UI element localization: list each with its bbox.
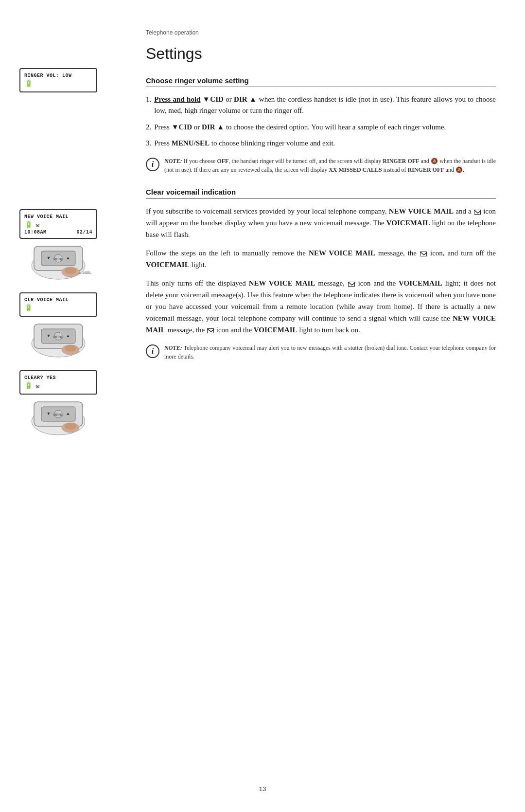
screen-group-3: CLR VOICE MAIL 🔋 MENU ▼ ▲ bbox=[19, 292, 126, 361]
section-voicemail: Clear voicemail indication If you subscr… bbox=[146, 188, 496, 361]
device-screen-4: CLEAR? YES 🔋 ✉ bbox=[19, 370, 97, 395]
battery-icon-1: 🔋 bbox=[24, 79, 33, 88]
mail-icon-2: ✉ bbox=[36, 221, 40, 229]
left-illustrations: RINGER VOL: LOW 🔋 NEW VOICE MAIL 🔋 ✉ bbox=[0, 29, 126, 783]
svg-text:MENU: MENU bbox=[53, 257, 64, 261]
section1-heading: Choose ringer volume setting bbox=[146, 76, 496, 87]
voicemail-para-3: This only turns off the displayed NEW VO… bbox=[146, 277, 496, 336]
section-ringer-volume: Choose ringer volume setting 1. Press an… bbox=[146, 76, 496, 174]
screen-group-1: RINGER VOL: LOW 🔋 bbox=[19, 68, 126, 92]
list-num-3: 3. bbox=[146, 138, 151, 149]
device-screen-2: NEW VOICE MAIL 🔋 ✉ 10:08AM 02/14 bbox=[19, 209, 97, 239]
device-screen-1: RINGER VOL: LOW 🔋 bbox=[19, 68, 97, 92]
list-item-2: 2. Press ▼CID or DIR ▲ to choose the des… bbox=[146, 122, 496, 133]
svg-text:▲: ▲ bbox=[66, 255, 70, 260]
screen2-line1: NEW VOICE MAIL bbox=[24, 214, 69, 219]
screen2-time: 10:08AM bbox=[24, 230, 47, 235]
list-item-1: 1. Press and hold ▼CID or DIR ▲ when the… bbox=[146, 94, 496, 117]
screen1-line1: RINGER VOL: LOW bbox=[24, 73, 72, 78]
page-title: Settings bbox=[146, 45, 496, 63]
list-content-2: Press ▼CID or DIR ▲ to choose the desire… bbox=[154, 122, 496, 133]
svg-point-18 bbox=[65, 345, 76, 352]
handset-illustration-1: MENU MENU/SEL ▼ ▲ bbox=[19, 239, 97, 283]
list-content-3: Press MENU/SEL to choose blinking ringer… bbox=[154, 138, 496, 149]
handset-illustration-2: MENU ▼ ▲ bbox=[19, 317, 97, 361]
screen4-line1: CLEAR? YES bbox=[24, 375, 56, 380]
svg-text:▼: ▼ bbox=[47, 333, 51, 338]
press-hold-text: Press and hold bbox=[154, 95, 200, 103]
list-content-1: Press and hold ▼CID or DIR ▲ when the co… bbox=[154, 94, 496, 117]
note-text-2: NOTE: Telephone company voicemail may al… bbox=[164, 343, 496, 361]
screen-group-2: NEW VOICE MAIL 🔋 ✉ 10:08AM 02/14 bbox=[19, 209, 126, 283]
battery-icon-4: 🔋 bbox=[24, 381, 33, 390]
page-number: 13 bbox=[259, 785, 266, 793]
screen2-date: 02/14 bbox=[76, 230, 92, 235]
note-text-1: NOTE: If you choose OFF, the handset rin… bbox=[164, 157, 496, 174]
screen3-line1: CLR VOICE MAIL bbox=[24, 297, 69, 303]
handset-illustration-3: MENU ▼ ▲ bbox=[19, 395, 97, 438]
svg-text:▼: ▼ bbox=[47, 255, 51, 260]
section2-heading: Clear voicemail indication bbox=[146, 188, 496, 198]
voicemail-para-2: Follow the steps on the left to manually… bbox=[146, 247, 496, 271]
list-num-1: 1. bbox=[146, 94, 151, 117]
note-block-2: i NOTE: Telephone company voicemail may … bbox=[146, 343, 496, 361]
svg-point-27 bbox=[65, 423, 76, 430]
svg-text:MENU: MENU bbox=[53, 335, 64, 339]
svg-text:▲: ▲ bbox=[66, 333, 70, 338]
svg-text:MENU: MENU bbox=[53, 413, 64, 416]
svg-text:▼: ▼ bbox=[47, 411, 51, 416]
voicemail-para-1: If you subscribe to voicemail services p… bbox=[146, 205, 496, 240]
breadcrumb: Telephone operation bbox=[146, 29, 496, 36]
battery-icon-2: 🔋 bbox=[24, 220, 33, 229]
device-screen-3: CLR VOICE MAIL 🔋 bbox=[19, 292, 97, 317]
mail-icon-4: ✉ bbox=[36, 382, 40, 390]
instructions-list-1: 1. Press and hold ▼CID or DIR ▲ when the… bbox=[146, 94, 496, 149]
right-content: Telephone operation Settings Choose ring… bbox=[126, 29, 525, 783]
battery-icon-3: 🔋 bbox=[24, 304, 33, 312]
info-icon-2: i bbox=[146, 344, 159, 358]
info-icon-1: i bbox=[146, 158, 159, 171]
svg-point-9 bbox=[65, 267, 76, 274]
note-block-1: i NOTE: If you choose OFF, the handset r… bbox=[146, 157, 496, 174]
list-item-3: 3. Press MENU/SEL to choose blinking rin… bbox=[146, 138, 496, 149]
screen-group-4: CLEAR? YES 🔋 ✉ MENU ▼ ▲ bbox=[19, 370, 126, 438]
list-num-2: 2. bbox=[146, 122, 151, 133]
svg-text:▲: ▲ bbox=[66, 411, 70, 416]
